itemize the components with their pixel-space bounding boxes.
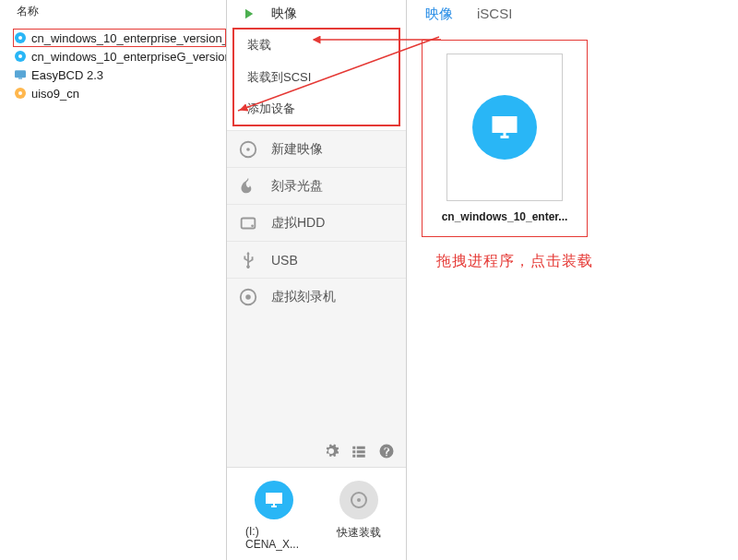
file-list: cn_windows_10_enterprise_version_1cn_win… (0, 23, 226, 102)
svg-point-7 (18, 91, 22, 95)
svg-point-9 (246, 148, 250, 151)
category-image[interactable]: 映像 (227, 0, 406, 28)
file-row[interactable]: cn_windows_10_enterpriseG_version_ (13, 47, 226, 66)
column-header-name[interactable]: 名称 (0, 0, 226, 23)
submenu-item[interactable]: 装载 (234, 30, 399, 62)
drive-item[interactable]: (I:) CENA_X... (245, 481, 303, 551)
category-image-label: 映像 (271, 6, 297, 22)
drive-icon (255, 481, 293, 519)
app2-icon (13, 86, 28, 101)
instruction-text: 拖拽进程序，点击装载 (436, 252, 738, 271)
vburn-icon (238, 287, 258, 307)
submenu-mount: 装载装载到SCSI添加设备 (232, 28, 400, 126)
burn-icon (238, 176, 258, 197)
tabs: 映像iSCSI (407, 0, 738, 29)
svg-point-13 (245, 294, 251, 300)
tab[interactable]: iSCSI (477, 6, 512, 23)
category-label: 虚拟刻录机 (271, 289, 336, 305)
svg-point-11 (251, 224, 254, 227)
category-row[interactable]: 虚拟刻录机 (227, 278, 406, 315)
gear-icon[interactable] (323, 443, 339, 459)
svg-point-1 (18, 36, 22, 40)
file-row[interactable]: cn_windows_10_enterprise_version_1 (13, 29, 226, 47)
app-icon (13, 67, 28, 82)
mounted-drives: (I:) CENA_X...快速装载 (227, 468, 406, 560)
sidebar-tools (227, 435, 406, 468)
category-row[interactable]: 虚拟HDD (227, 204, 406, 241)
category-row[interactable]: 新建映像 (227, 130, 406, 167)
file-name: cn_windows_10_enterpriseG_version_ (31, 50, 238, 64)
file-explorer-pane: 名称 cn_windows_10_enterprise_version_1cn_… (0, 0, 226, 560)
content-pane: 映像iSCSI cn_windows_10_enter... 拖拽进程序，点击装… (407, 0, 738, 560)
file-row[interactable]: uiso9_cn (13, 84, 226, 102)
usb-icon (238, 250, 258, 270)
submenu-item[interactable]: 添加设备 (234, 93, 399, 125)
monitor-icon (472, 95, 537, 160)
image-drop-zone[interactable]: cn_windows_10_enter... (422, 40, 588, 237)
disc-o-icon (238, 139, 258, 160)
category-label: 刻录光盘 (271, 178, 323, 195)
drive-icon (339, 481, 378, 519)
category-row[interactable]: USB (227, 241, 406, 278)
svg-rect-4 (15, 70, 26, 77)
thumbnail-label: cn_windows_10_enter... (435, 210, 574, 223)
disc-icon (13, 49, 28, 64)
category-label: USB (271, 253, 298, 268)
svg-point-15 (357, 498, 361, 502)
svg-point-3 (18, 54, 22, 58)
hdd-icon (238, 213, 258, 233)
category-row[interactable]: 刻录光盘 (227, 167, 406, 204)
sidebar-categories: 映像 装载装载到SCSI添加设备 新建映像刻录光盘虚拟HDDUSB虚拟刻录机 (… (226, 0, 407, 560)
drive-label: 快速装载 (337, 525, 381, 541)
submenu-item[interactable]: 装载到SCSI (234, 62, 399, 93)
svg-rect-5 (18, 77, 22, 78)
play-icon (238, 4, 258, 24)
list-icon[interactable] (351, 443, 367, 459)
drive-item[interactable]: 快速装载 (330, 481, 387, 541)
file-name: uiso9_cn (31, 87, 79, 101)
file-name: EasyBCD 2.3 (31, 68, 103, 82)
drive-label: (I:) CENA_X... (245, 525, 303, 551)
disc-icon (13, 30, 28, 45)
tab[interactable]: 映像 (425, 6, 453, 23)
file-row[interactable]: EasyBCD 2.3 (13, 66, 226, 84)
image-thumbnail[interactable] (446, 54, 563, 201)
category-label: 虚拟HDD (271, 215, 325, 232)
file-name: cn_windows_10_enterprise_version_1 (31, 31, 235, 45)
category-label: 新建映像 (271, 141, 323, 158)
help-icon[interactable] (378, 443, 395, 459)
